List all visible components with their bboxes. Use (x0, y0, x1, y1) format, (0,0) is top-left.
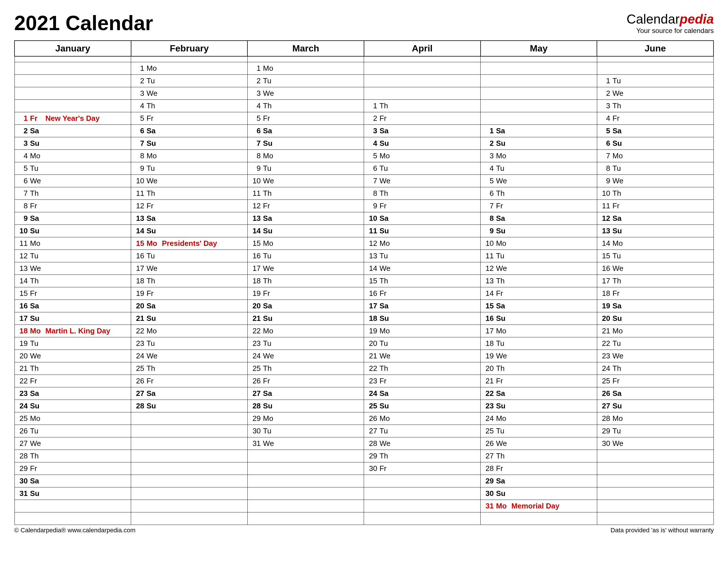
day-number: 27 (483, 452, 494, 460)
day-of-week: Su (377, 227, 391, 235)
day-of-week: Tu (261, 76, 275, 85)
day-of-week: We (377, 351, 391, 360)
day-number: 14 (366, 264, 377, 273)
day-number: 23 (17, 389, 28, 398)
day-number: 21 (250, 314, 261, 323)
day-cell: 27We (15, 437, 131, 450)
day-of-week: Fr (494, 464, 508, 473)
day-of-week: Sa (28, 301, 42, 310)
day-cell: 2Su (481, 137, 597, 150)
day-number: 11 (17, 239, 28, 248)
day-cell: 10Su (15, 225, 131, 237)
day-cell: 4Mo (15, 150, 131, 162)
day-cell: 28Mo (597, 412, 713, 425)
brand-prefix: Calendar (626, 12, 680, 26)
day-cell: 4Th (248, 100, 364, 112)
day-number: 5 (483, 177, 494, 185)
day-of-week: Th (377, 189, 391, 198)
day-cell: 19Sa (597, 300, 713, 312)
day-number: 5 (599, 127, 610, 135)
day-number: 30 (483, 489, 494, 498)
day-of-week: Su (494, 227, 508, 235)
day-number: 7 (250, 139, 261, 148)
day-cell: 20Tu (364, 337, 480, 349)
day-number: 20 (133, 301, 144, 310)
day-cell: 15Sa (481, 300, 597, 312)
day-cell: 23Su (481, 400, 597, 412)
day-cell: 19Fr (131, 287, 247, 299)
day-of-week: Tu (144, 76, 158, 85)
day-cell: 14Mo (597, 237, 713, 250)
day-of-week: Fr (28, 464, 42, 473)
day-of-week: Sa (28, 127, 42, 135)
day-of-week: Su (494, 489, 508, 498)
day-number: 4 (133, 102, 144, 110)
day-of-week: Th (144, 364, 158, 373)
day-of-week: Sa (144, 214, 158, 223)
day-of-week: We (261, 439, 275, 448)
day-number: 2 (133, 76, 144, 85)
day-cell: 3Th (597, 100, 713, 112)
day-of-week: Fr (610, 376, 624, 385)
day-number: 3 (250, 89, 261, 98)
day-cell: 3We (248, 87, 364, 100)
day-number: 10 (366, 214, 377, 223)
day-cell: 21We (364, 350, 480, 362)
day-cell: 20Su (597, 312, 713, 324)
day-of-week: We (144, 264, 158, 273)
day-of-week: Mo (610, 239, 624, 248)
day-of-week: Fr (28, 376, 42, 385)
day-number: 13 (17, 264, 28, 273)
day-number: 28 (483, 464, 494, 473)
day-of-week: Th (377, 277, 391, 285)
day-of-week: Sa (144, 389, 158, 398)
day-cell: 15Mo (248, 237, 364, 250)
day-cell: 26Sa (597, 387, 713, 399)
day-number: 26 (17, 427, 28, 435)
day-of-week: We (610, 264, 624, 273)
day-cell: 2Sa (15, 125, 131, 137)
day-of-week: Mo (377, 326, 391, 335)
day-cell: 30Tu (248, 425, 364, 437)
day-of-week: Sa (144, 127, 158, 135)
day-cell: 10Th (597, 187, 713, 200)
day-of-week: Mo (610, 414, 624, 423)
day-number: 24 (133, 351, 144, 360)
day-cell: 24Su (15, 400, 131, 412)
day-number: 3 (17, 139, 28, 148)
day-of-week: Su (377, 401, 391, 410)
day-number: 1 (366, 102, 377, 110)
day-cell: 22Mo (248, 325, 364, 337)
day-number: 17 (366, 301, 377, 310)
day-of-week: Fr (377, 289, 391, 298)
day-number: 25 (17, 414, 28, 423)
day-number: 17 (250, 264, 261, 273)
day-of-week: Mo (261, 152, 275, 160)
day-cell: 5Sa (597, 125, 713, 137)
day-number: 18 (17, 326, 28, 335)
day-of-week: We (377, 177, 391, 185)
day-of-week: Tu (610, 76, 624, 85)
day-cell: 29Fr (15, 462, 131, 475)
day-number: 1 (599, 76, 610, 85)
day-of-week: Su (144, 227, 158, 235)
day-number: 28 (133, 401, 144, 410)
day-number: 15 (366, 277, 377, 285)
day-of-week: Su (261, 314, 275, 323)
day-cell: 22Mo (131, 325, 247, 337)
day-cell: 24Mo (481, 412, 597, 425)
day-of-week: Sa (261, 301, 275, 310)
day-cell: 29Tu (597, 425, 713, 437)
day-cell: 29Th (364, 450, 480, 462)
day-cell: 1Th (364, 100, 480, 112)
day-cell: 30Su (481, 487, 597, 500)
day-cell: 6Su (597, 137, 713, 150)
day-of-week: Tu (144, 339, 158, 348)
day-of-week: Fr (28, 289, 42, 298)
day-cell: 11Su (364, 225, 480, 237)
day-of-week: Su (494, 401, 508, 410)
day-number: 15 (483, 301, 494, 310)
day-cell: 16Tu (248, 250, 364, 262)
day-number: 1 (483, 127, 494, 135)
holiday-label: Memorial Day (508, 502, 559, 510)
